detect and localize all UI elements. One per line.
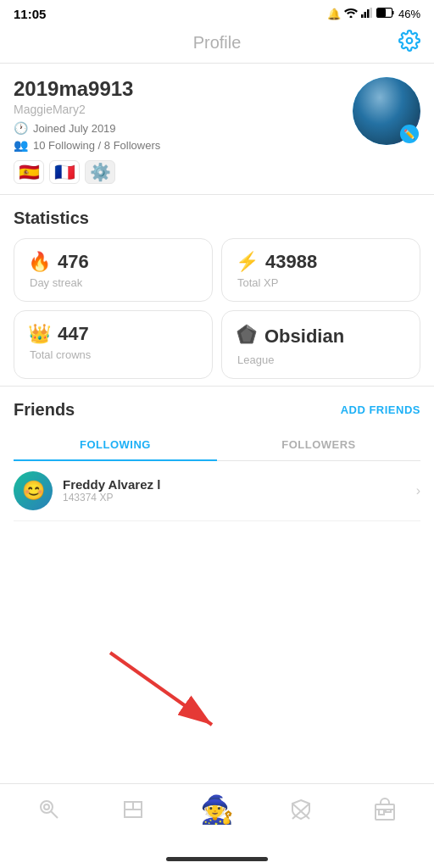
avatar-edit-icon[interactable]: ✏️ [400, 125, 419, 143]
league-value: Obsidian [264, 326, 344, 348]
friends-tabs: FOLLOWING FOLLOWERS [14, 430, 420, 461]
xp-value: 43988 [265, 251, 317, 273]
nav-item-character[interactable]: 🧙 [192, 788, 242, 831]
league-label: League [236, 353, 406, 366]
stat-card-crowns: 👑 447 Total crowns [14, 310, 213, 379]
status-icons: 🔔 46% [327, 8, 420, 20]
clock-icon: 🕐 [14, 121, 28, 135]
profile-info: 2019ma9913 MaggieMary2 🕐 Joined July 201… [14, 77, 353, 184]
tab-followers[interactable]: FOLLOWERS [217, 430, 420, 460]
people-icon: 👥 [14, 138, 28, 152]
profile-section: 2019ma9913 MaggieMary2 🕐 Joined July 201… [0, 64, 434, 195]
wifi-icon [344, 8, 358, 20]
stat-card-xp: ⚡ 43988 Total XP [221, 238, 420, 302]
svg-rect-4 [370, 8, 372, 18]
add-friends-button[interactable]: ADD FRIENDS [341, 403, 420, 416]
page-title: Profile [193, 33, 242, 53]
crowns-value: 447 [58, 323, 89, 345]
alarm-icon: 🔔 [327, 8, 341, 20]
nav-item-shop[interactable] [359, 788, 410, 831]
crown-icon: 👑 [28, 323, 51, 345]
nav-item-search[interactable] [24, 788, 75, 831]
avatar-container[interactable]: ✏️ [353, 77, 420, 145]
display-name: MaggieMary2 [14, 103, 353, 116]
status-time: 11:05 [14, 7, 46, 21]
shop-nav-icon [373, 798, 397, 821]
joined-text: Joined July 2019 [33, 122, 116, 135]
joined-row: 🕐 Joined July 2019 [14, 121, 353, 135]
home-indicator [166, 857, 268, 861]
flag-french[interactable]: 🇫🇷 [49, 160, 80, 184]
status-bar: 11:05 🔔 [0, 0, 434, 25]
annotation-arrow [102, 644, 271, 746]
statistics-section: Statistics 🔥 476 Day streak ⚡ 43988 Tota… [0, 195, 434, 386]
streak-label: Day streak [28, 276, 198, 289]
stat-card-streak: 🔥 476 Day streak [14, 238, 213, 302]
svg-rect-3 [367, 9, 370, 18]
bottom-nav: 🧙 [0, 783, 434, 834]
svg-point-13 [41, 801, 53, 813]
search-nav-icon [37, 798, 61, 821]
shield-nav-icon [289, 798, 313, 821]
svg-rect-6 [377, 9, 385, 17]
friend-name: Freddy Alvarez l [63, 477, 406, 492]
flag-spanish[interactable]: 🇪🇸 [14, 160, 44, 184]
stat-card-league: Obsidian League [221, 310, 420, 379]
svg-point-14 [44, 804, 49, 810]
flag-settings[interactable]: ⚙️ [85, 160, 115, 184]
tab-following[interactable]: FOLLOWING [14, 430, 217, 461]
statistics-title: Statistics [14, 209, 420, 228]
friend-xp: 143374 XP [63, 492, 406, 504]
stats-grid: 🔥 476 Day streak ⚡ 43988 Total XP 👑 447 … [14, 238, 420, 379]
chevron-right-icon: › [416, 483, 420, 498]
friend-avatar: 😊 [14, 471, 53, 510]
friend-list-item[interactable]: 😊 Freddy Alvarez l 143374 XP › [14, 461, 420, 521]
friends-section: Friends ADD FRIENDS FOLLOWING FOLLOWERS … [0, 386, 434, 528]
xp-label: Total XP [236, 276, 406, 289]
fire-icon: 🔥 [28, 251, 51, 273]
friends-header: Friends ADD FRIENDS [14, 400, 420, 420]
nav-item-leagues[interactable] [275, 788, 326, 831]
svg-rect-2 [364, 12, 366, 18]
svg-point-0 [349, 16, 352, 19]
svg-line-12 [110, 653, 212, 725]
signal-icon [361, 8, 373, 20]
streak-value: 476 [58, 251, 89, 273]
svg-point-7 [407, 37, 413, 43]
page-header: Profile [0, 25, 434, 64]
battery-icon [376, 8, 395, 20]
obsidian-gem-icon [236, 323, 258, 350]
username: 2019ma9913 [14, 77, 353, 101]
svg-line-15 [51, 811, 58, 818]
following-row: 👥 10 Following / 8 Followers [14, 138, 353, 152]
crowns-label: Total crowns [28, 348, 198, 361]
battery-percent: 46% [398, 8, 420, 20]
following-text: 10 Following / 8 Followers [33, 139, 160, 152]
friends-title: Friends [14, 400, 75, 420]
flags-row: 🇪🇸 🇫🇷 ⚙️ [14, 160, 353, 184]
gear-icon[interactable] [398, 30, 420, 57]
friend-info: Freddy Alvarez l 143374 XP [63, 477, 406, 504]
book-nav-icon [121, 798, 145, 821]
nav-item-learn[interactable] [108, 788, 159, 831]
lightning-icon: ⚡ [236, 251, 259, 273]
svg-rect-1 [361, 14, 364, 18]
